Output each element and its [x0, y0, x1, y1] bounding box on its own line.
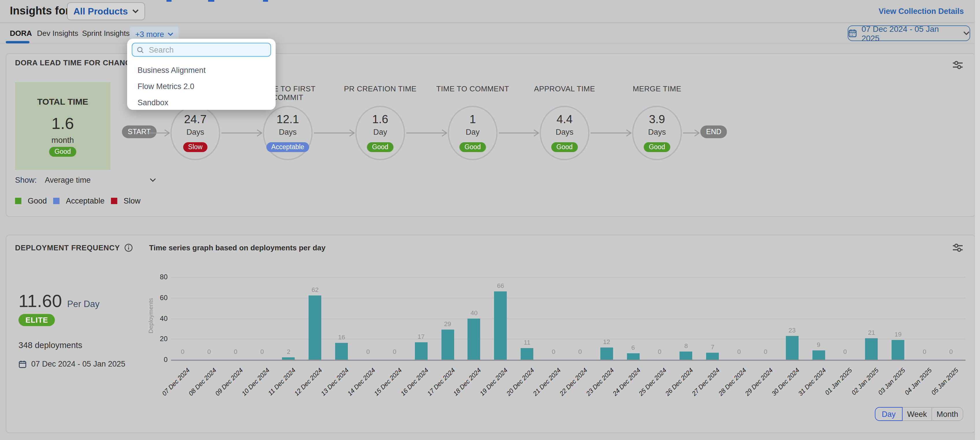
header-divider: [0, 22, 980, 23]
status-badge: Slow: [183, 142, 208, 152]
date-range-button[interactable]: 07 Dec 2024 - 05 Jan 2025: [848, 26, 970, 41]
y-tick-label: 80: [150, 273, 167, 281]
bar-value-label: 19: [886, 331, 910, 338]
dropdown-item-business-alignment[interactable]: Business Alignment: [127, 62, 275, 78]
stage-label: TIME TO COMMENT: [435, 84, 510, 93]
stage-unit: Day: [354, 128, 406, 136]
deployment-bar: [680, 351, 692, 360]
dropdown-item-sandbox[interactable]: Sandbox: [127, 94, 275, 110]
stage-value: 4.4: [539, 113, 590, 126]
bar-value-label: 2: [277, 348, 300, 355]
stage-value: 3.9: [631, 113, 683, 126]
collection-selector-button[interactable]: All Products: [67, 2, 145, 20]
tab-dev-insights[interactable]: Dev Insights: [37, 29, 78, 38]
deployment-count: 348 deployments: [19, 341, 82, 350]
bar-value-label: 16: [330, 334, 353, 341]
bar-value-label: 8: [675, 342, 698, 349]
bar-value-label: 9: [807, 341, 830, 348]
cropped-top-text: [166, 0, 172, 2]
granularity-week-button[interactable]: Week: [902, 407, 932, 421]
deployment-bar: [706, 352, 719, 360]
total-time-label: TOTAL TIME: [15, 97, 110, 107]
granularity-month-button[interactable]: Month: [931, 407, 963, 421]
bar-value-label: 29: [436, 320, 459, 327]
cropped-top-text: [263, 0, 268, 2]
stage-value: 12.1: [262, 113, 314, 126]
info-icon[interactable]: [124, 244, 133, 252]
stage-status-wrap: Good: [447, 141, 499, 152]
y-tick-label: 0: [150, 356, 167, 363]
y-tick-label: 20: [150, 335, 167, 343]
total-time-unit: month: [15, 135, 110, 145]
bar-value-label: 0: [834, 348, 857, 355]
deployment-bar: [892, 340, 904, 360]
stage-status-wrap: Good: [354, 141, 406, 152]
stage-value: 24.7: [169, 113, 221, 126]
tab-dora[interactable]: DORA: [10, 29, 32, 38]
insights-page: Insights for All Products View Collectio…: [0, 0, 980, 440]
status-badge: Good: [644, 142, 670, 152]
bar-value-label: 0: [940, 348, 963, 355]
deployment-bar: [282, 358, 295, 360]
bar-value-label: 0: [224, 348, 247, 355]
deployment-range: 07 Dec 2024 - 05 Jan 2025: [31, 360, 126, 368]
total-time-status: Good: [15, 146, 110, 156]
widget-settings-icon[interactable]: [952, 243, 963, 253]
deployment-bar: [812, 351, 825, 360]
gridline: [171, 339, 966, 340]
deployment-card-header: DEPLOYMENT FREQUENCY: [15, 244, 133, 252]
tab-sprint-insights[interactable]: Sprint Insights: [82, 29, 130, 38]
bar-value-label: 0: [648, 348, 671, 355]
deployment-bar: [335, 343, 348, 360]
stage-value: 1: [447, 113, 499, 126]
bar-value-label: 7: [701, 343, 724, 350]
gridline: [171, 277, 966, 277]
deployment-range-row: 07 Dec 2024 - 05 Jan 2025: [19, 360, 126, 368]
status-badge: Good: [49, 147, 76, 156]
show-selector-row: Show: Average time: [15, 176, 156, 185]
x-axis-line: [171, 360, 966, 361]
chevron-down-icon[interactable]: [150, 178, 156, 182]
show-select[interactable]: Average time: [45, 176, 91, 185]
deployment-bar: [600, 347, 613, 360]
rate-unit: Per Day: [67, 299, 100, 309]
widget-settings-icon[interactable]: [952, 60, 963, 70]
stage-unit: Days: [631, 128, 683, 136]
status-badge: Good: [367, 142, 393, 152]
gridline: [171, 318, 966, 319]
rate-value: 11.60: [19, 291, 62, 312]
search-icon: [137, 46, 143, 54]
bar-value-label: 0: [542, 348, 565, 355]
legend-label: Good: [28, 196, 47, 205]
bar-value-label: 21: [860, 329, 883, 336]
scrollbar[interactable]: [974, 0, 980, 440]
deployment-bar: [520, 348, 533, 360]
view-collection-details-link[interactable]: View Collection Details: [878, 7, 964, 16]
collection-selector-label: All Products: [73, 6, 128, 16]
bar-value-label: 0: [727, 348, 751, 355]
dropdown-item-flow-metrics[interactable]: Flow Metrics 2.0: [127, 78, 275, 94]
more-tabs-dropdown: Business Alignment Flow Metrics 2.0 Sand…: [127, 39, 275, 110]
stage-label: MERGE TIME: [619, 84, 695, 93]
show-label: Show:: [15, 176, 37, 185]
bar-value-label: 66: [489, 282, 512, 289]
deployment-card-title: DEPLOYMENT FREQUENCY: [15, 244, 120, 252]
stage-unit: Days: [262, 128, 314, 136]
legend-swatch: [15, 198, 21, 204]
bar-value-label: 0: [913, 348, 936, 355]
deployment-bar: [415, 342, 427, 360]
dropdown-search[interactable]: [132, 43, 271, 57]
search-input[interactable]: [148, 45, 266, 55]
bar-value-label: 0: [383, 348, 406, 355]
deployment-bar: [309, 296, 321, 360]
deployment-rate: 11.60 Per Day: [19, 291, 100, 312]
flow-end-pill: END: [700, 126, 727, 138]
bar-value-label: 6: [622, 344, 644, 351]
legend-label: Acceptable: [66, 196, 105, 205]
granularity-day-button[interactable]: Day: [875, 407, 902, 421]
bar-value-label: 0: [569, 348, 592, 355]
bar-value-label: 11: [515, 339, 539, 346]
stage-label: APPROVAL TIME: [527, 84, 602, 93]
stage-unit: Day: [447, 128, 499, 136]
legend-swatch: [53, 198, 59, 204]
